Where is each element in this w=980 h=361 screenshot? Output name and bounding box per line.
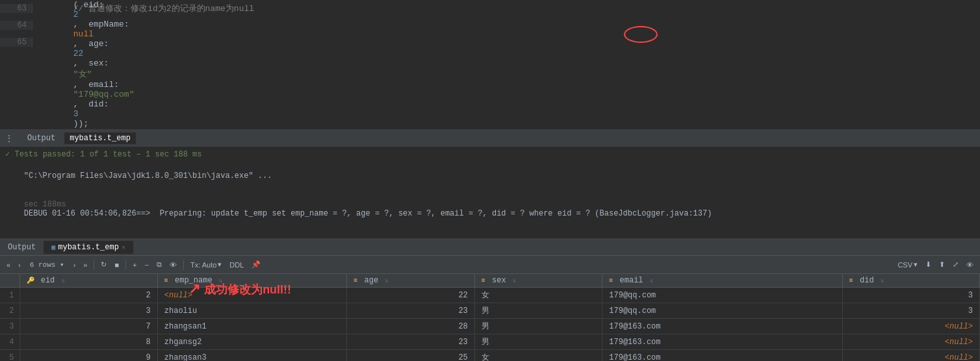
console-settings-icon[interactable]: ⋮ xyxy=(5,134,18,143)
eid-value: 2 xyxy=(73,10,79,19)
cell-emp_name[interactable]: zhangsan1 xyxy=(157,319,347,334)
did-col-icon: ≡ xyxy=(849,277,853,284)
expand-btn[interactable]: ⤢ xyxy=(950,260,961,269)
cell-eid[interactable]: 2 xyxy=(19,288,157,303)
cell-emp_name[interactable]: zhaoliu xyxy=(157,303,347,319)
null-value-code: null xyxy=(73,29,94,39)
data-table: 🔑 eid ⇅ ≡ emp_name ⇅ ≡ age ⇅ xyxy=(0,274,980,361)
db-emp-label: mybatis.t_emp xyxy=(58,243,119,252)
row-number: 2 xyxy=(0,303,19,319)
cell-eid[interactable]: 3 xyxy=(19,303,157,319)
csv-export-btn[interactable]: CSV ▾ xyxy=(895,260,920,269)
stop-btn[interactable]: ■ xyxy=(112,260,122,269)
table-row[interactable]: 12<null>22女179@qq.com3 xyxy=(0,288,980,303)
tx-btn[interactable]: Tx: Auto ▾ xyxy=(188,260,224,269)
col-header-email[interactable]: ≡ email ⇅ xyxy=(602,274,843,288)
tab-output[interactable]: Output xyxy=(22,132,60,144)
upload-btn[interactable]: ⬆ xyxy=(936,260,948,269)
duplicate-btn[interactable]: ⧉ xyxy=(154,260,164,269)
empname-col-icon: ≡ xyxy=(164,277,168,284)
table-row[interactable]: 23zhaoliu23男179@qq.com3 xyxy=(0,303,980,319)
db-output-label: Output xyxy=(8,243,36,252)
cell-did[interactable]: <null> xyxy=(842,334,979,350)
separator-3 xyxy=(183,260,184,270)
col-header-eid[interactable]: 🔑 eid ⇅ xyxy=(19,274,157,288)
table-row[interactable]: 59zhangsan325女179@163.com<null> xyxy=(0,350,980,362)
cell-email[interactable]: 179@163.com xyxy=(602,319,843,334)
cell-emp_name[interactable]: zhangsan3 xyxy=(157,350,347,362)
db-tab-output[interactable]: Output xyxy=(0,241,44,254)
ddl-btn[interactable]: DDL xyxy=(227,260,246,269)
sex-sort-icon[interactable]: ⇅ xyxy=(513,278,516,284)
code-editor: 63 // 普通修改：修改id为2的记录的name为null 64 int li… xyxy=(0,0,980,130)
nav-first-btn[interactable]: « xyxy=(4,260,13,269)
cell-email[interactable]: 179@qq.com xyxy=(602,303,843,319)
separator-1 xyxy=(94,260,94,270)
download-btn[interactable]: ⬇ xyxy=(923,260,934,269)
cell-sex[interactable]: 女 xyxy=(474,288,602,303)
separator-2 xyxy=(125,260,126,270)
db-toolbar: « ‹ 6 rows ▾ › » ↻ ■ + − ⧉ 👁 Tx: Auto ▾ … xyxy=(0,256,980,274)
cell-age[interactable]: 23 xyxy=(347,303,475,319)
eid-sort-icon[interactable]: ⇅ xyxy=(62,278,65,284)
eye-btn[interactable]: 👁 xyxy=(964,260,976,269)
db-table-icon: ▦ xyxy=(51,243,55,251)
did-sort-icon[interactable]: ⇅ xyxy=(881,278,884,284)
eid-key-icon: 🔑 xyxy=(27,277,34,284)
console-area: ⋮ Output mybatis.t_emp ✓ Tests passed: 1… xyxy=(0,130,980,239)
db-tab-close[interactable]: ✕ xyxy=(122,243,125,251)
cell-did[interactable]: 3 xyxy=(842,288,979,303)
db-panel: Output ▦ mybatis.t_emp ✕ « ‹ 6 rows ▾ › … xyxy=(0,239,980,361)
cell-sex[interactable]: 男 xyxy=(474,319,602,334)
col-header-sex[interactable]: ≡ sex ⇅ xyxy=(474,274,602,288)
row-number: 5 xyxy=(0,350,19,362)
db-tabs: Output ▦ mybatis.t_emp ✕ xyxy=(0,239,980,256)
nav-next-btn[interactable]: › xyxy=(71,260,79,269)
age-value: 22 xyxy=(73,49,84,58)
cell-age[interactable]: 23 xyxy=(347,334,475,350)
col-header-age[interactable]: ≡ age ⇅ xyxy=(347,274,475,288)
cell-email[interactable]: 179@qq.com xyxy=(602,288,843,303)
db-tab-emp[interactable]: ▦ mybatis.t_emp ✕ xyxy=(44,241,133,254)
nav-last-btn[interactable]: » xyxy=(81,260,90,269)
age-col-icon: ≡ xyxy=(354,277,357,284)
empname-sort-icon[interactable]: ⇅ xyxy=(219,278,222,284)
cell-sex[interactable]: 女 xyxy=(474,350,602,362)
dropdown-arrow[interactable]: ▾ xyxy=(60,261,64,269)
code-line-64: 64 int lines = mapper. updateByPrimaryKe… xyxy=(0,17,980,34)
cell-sex[interactable]: 男 xyxy=(474,303,602,319)
table-row[interactable]: 37zhangsan128男179@163.com<null> xyxy=(0,319,980,334)
cell-eid[interactable]: 9 xyxy=(19,350,157,362)
table-header-row: 🔑 eid ⇅ ≡ emp_name ⇅ ≡ age ⇅ xyxy=(0,274,980,288)
pin-btn[interactable]: 📌 xyxy=(249,260,263,269)
cell-did[interactable]: <null> xyxy=(842,350,979,362)
console-line-1: "C:\Program Files\Java\jdk1.8.0_301\bin\… xyxy=(0,162,980,190)
cell-eid[interactable]: 8 xyxy=(19,334,157,350)
cell-emp_name[interactable]: zhgansg2 xyxy=(157,334,347,350)
line-number-65: 65 xyxy=(0,38,32,47)
cell-did[interactable]: 3 xyxy=(842,303,979,319)
cell-emp_name[interactable]: <null> xyxy=(157,288,347,303)
col-header-empname[interactable]: ≡ emp_name ⇅ xyxy=(157,274,347,288)
cell-email[interactable]: 179@163.com xyxy=(602,334,843,350)
email-value: "179@qq.com" xyxy=(73,90,135,99)
db-table-wrap[interactable]: 🔑 eid ⇅ ≡ emp_name ⇅ ≡ age ⇅ xyxy=(0,274,980,361)
refresh-btn[interactable]: ↻ xyxy=(98,260,109,269)
cell-sex[interactable]: 男 xyxy=(474,334,602,350)
view-btn[interactable]: 👁 xyxy=(167,260,179,269)
col-header-did[interactable]: ≡ did ⇅ xyxy=(842,274,979,288)
email-sort-icon[interactable]: ⇅ xyxy=(650,278,653,284)
line-content-64: int lines = mapper. updateByPrimaryKey (… xyxy=(43,0,980,130)
cell-age[interactable]: 25 xyxy=(347,350,475,362)
age-sort-icon[interactable]: ⇅ xyxy=(385,278,388,284)
cell-did[interactable]: <null> xyxy=(842,319,979,334)
cell-eid[interactable]: 7 xyxy=(19,319,157,334)
add-row-btn[interactable]: + xyxy=(130,260,139,269)
tab-mybatis-emp[interactable]: mybatis.t_emp xyxy=(64,132,136,144)
table-row[interactable]: 48zhgansg223男179@163.com<null> xyxy=(0,334,980,350)
nav-prev-btn[interactable]: ‹ xyxy=(16,260,23,269)
remove-row-btn[interactable]: − xyxy=(142,260,151,269)
cell-age[interactable]: 22 xyxy=(347,288,475,303)
cell-age[interactable]: 28 xyxy=(347,319,475,334)
cell-email[interactable]: 179@163.com xyxy=(602,350,843,362)
